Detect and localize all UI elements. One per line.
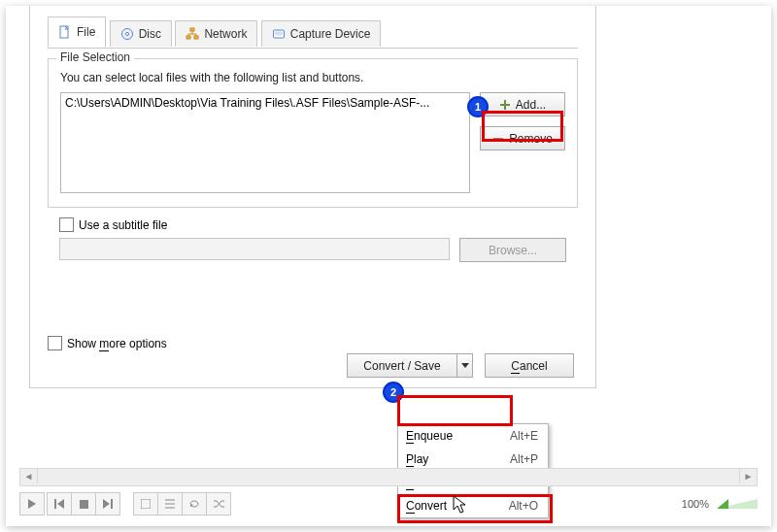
file-icon — [58, 25, 72, 39]
use-subtitle-label: Use a subtitle file — [79, 218, 167, 232]
convert-save-label: Convert / Save — [363, 359, 440, 373]
svg-rect-5 — [194, 36, 198, 39]
convert-save-split-button[interactable]: Convert / Save — [347, 353, 473, 378]
cancel-button[interactable]: Cancel — [485, 353, 574, 378]
scroll-left-icon[interactable]: ◄ — [20, 469, 38, 483]
menu-item-enqueue[interactable]: Enqueue Alt+E — [398, 424, 548, 448]
browse-button-label: Browse... — [489, 244, 537, 257]
fullscreen-button[interactable] — [133, 492, 158, 515]
browse-button: Browse... — [459, 238, 566, 262]
minus-icon — [492, 133, 504, 145]
show-more-options-label: Show more options — [67, 337, 167, 350]
remove-button-label: Remove — [509, 132, 553, 146]
tab-file[interactable]: File — [48, 17, 106, 48]
tab-capture-label: Capture Device — [290, 27, 371, 41]
file-selection-legend: File Selection — [56, 50, 134, 64]
svg-rect-8 — [493, 138, 503, 140]
plus-icon — [499, 99, 511, 111]
use-subtitle-checkbox[interactable] — [59, 217, 74, 232]
annotation-badge-2: 2 — [383, 382, 404, 403]
file-listbox[interactable]: C:\Users\ADMIN\Desktop\Via Training File… — [60, 92, 470, 193]
horizontal-scrollbar[interactable]: ◄ ► — [19, 468, 758, 486]
show-more-options-checkbox[interactable] — [48, 336, 62, 350]
open-media-dialog: File Disc Network Capture Device — [29, 6, 596, 388]
tab-network[interactable]: Network — [175, 20, 257, 47]
svg-rect-7 — [275, 32, 283, 36]
shuffle-button[interactable] — [206, 492, 231, 515]
tab-file-label: File — [77, 25, 95, 39]
svg-rect-3 — [190, 28, 194, 31]
prev-track-button[interactable] — [47, 492, 72, 515]
file-selection-help: You can select local files with the foll… — [60, 71, 565, 84]
tab-network-label: Network — [204, 27, 247, 41]
volume-indicator[interactable] — [717, 499, 758, 509]
add-button-label: Add... — [516, 98, 546, 112]
player-toolbar: 100% — [19, 491, 758, 516]
annotation-highlight-convert-save — [397, 395, 513, 426]
disc-icon — [120, 27, 134, 41]
subtitle-path-input — [59, 238, 450, 260]
remove-button[interactable]: Remove — [480, 126, 565, 150]
next-track-button[interactable] — [95, 492, 120, 515]
capture-icon — [272, 27, 286, 41]
svg-rect-11 — [111, 499, 113, 509]
cancel-button-label: Cancel — [511, 359, 547, 373]
mouse-cursor-icon — [453, 495, 468, 515]
zoom-level: 100% — [682, 498, 709, 510]
stop-button[interactable] — [71, 492, 96, 515]
svg-rect-9 — [54, 499, 56, 509]
svg-rect-10 — [80, 500, 88, 509]
file-list-item[interactable]: C:\Users\ADMIN\Desktop\Via Training File… — [65, 96, 465, 110]
loop-button[interactable] — [182, 492, 207, 515]
network-icon — [186, 27, 199, 41]
tab-disc[interactable]: Disc — [110, 20, 172, 47]
svg-point-2 — [125, 32, 128, 35]
add-button[interactable]: Add... — [480, 92, 565, 116]
scroll-right-icon[interactable]: ► — [739, 469, 757, 483]
play-button[interactable] — [19, 492, 45, 515]
file-selection-group: File Selection You can select local file… — [48, 58, 578, 208]
tab-disc-label: Disc — [139, 27, 161, 41]
source-tabs: File Disc Network Capture Device — [48, 16, 578, 49]
tab-capture[interactable]: Capture Device — [261, 20, 382, 47]
playlist-button[interactable] — [157, 492, 183, 515]
chevron-down-icon — [461, 363, 469, 368]
svg-rect-4 — [186, 36, 190, 39]
convert-save-dropdown[interactable] — [456, 353, 473, 378]
svg-rect-12 — [141, 499, 151, 509]
annotation-badge-1: 1 — [467, 96, 489, 117]
dialog-buttons: Convert / Save Cancel — [347, 353, 574, 378]
